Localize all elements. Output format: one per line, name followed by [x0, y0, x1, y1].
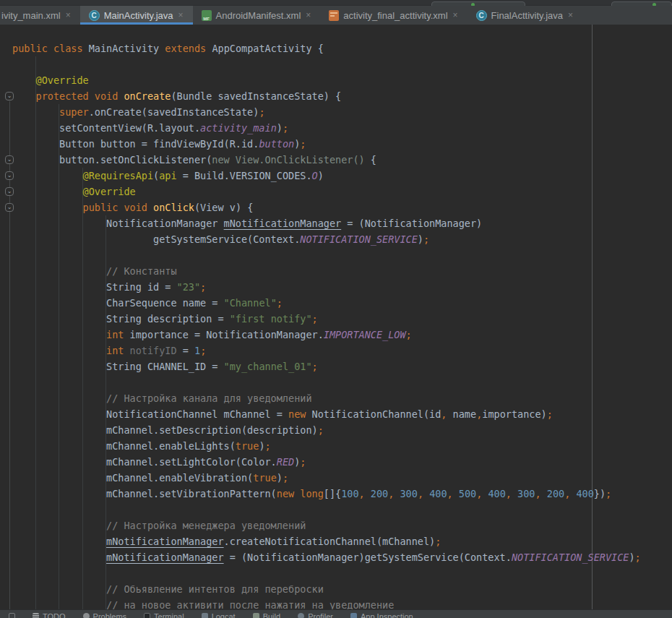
tab-activity-main-xml[interactable]: ivity_main.xml × [0, 6, 80, 25]
tab-label: FinalActtivity.java [491, 10, 563, 21]
code-line[interactable]: mNotificationManager.createNotificationC… [0, 533, 672, 549]
inspect-icon [350, 613, 357, 618]
code-token: 400 [482, 488, 506, 499]
code-line[interactable]: int notifyID = 1; [0, 343, 672, 359]
code-line[interactable]: protected void onCreate(Bundle savedInst… [0, 88, 672, 104]
code-line[interactable]: Button button = findViewById(R.id.button… [0, 136, 672, 152]
code-line[interactable] [0, 247, 672, 263]
code-line[interactable]: public class MainActivity extends AppCom… [0, 40, 672, 56]
code-line[interactable]: // Настройка канала для уведомлений [0, 390, 672, 406]
code-token: ( [153, 170, 159, 181]
code-token: ; [606, 488, 611, 499]
statusbar-item-todo[interactable]: TODO [24, 610, 74, 618]
code-token: ; [265, 440, 271, 452]
fold-toggle-icon[interactable]: ⌄ [5, 92, 14, 100]
code-token: ; [547, 408, 553, 420]
code-line[interactable]: String description = "first notify"; [0, 311, 672, 327]
code-line[interactable]: setContentView(R.layout.activity_main); [0, 120, 672, 136]
code-line[interactable]: mChannel.enableVibration(true); [0, 470, 672, 486]
code-line[interactable]: // Обьявление интентов для переброски [0, 581, 672, 597]
code-line[interactable]: // на новое активити после нажатия на ув… [0, 597, 672, 609]
code-line[interactable]: button.setOnClickListener(new View.OnCli… [0, 152, 672, 168]
code-token: 1 [194, 345, 200, 356]
code-token: true [253, 472, 277, 484]
code-line[interactable]: CharSequence name = "Channel"; [0, 295, 672, 311]
code-token: @Override [12, 74, 89, 86]
code-token: // Обьявление интентов для переброски [12, 583, 324, 595]
statusbar-item-label: Build [263, 612, 280, 618]
code-line[interactable]: public void onClick(View v) { [0, 199, 672, 215]
code-token: = (NotificationManager)getSystemService(… [224, 552, 512, 563]
code-token: ; [435, 536, 441, 547]
statusbar-item-window-toggle[interactable] [0, 610, 24, 618]
code-line[interactable]: // Константы [0, 263, 672, 279]
code-token: mChannel.setDescription(description) [12, 424, 318, 436]
code-line[interactable]: NotificationManager mNotificationManager… [0, 215, 672, 231]
code-token: CharSequence name = [12, 297, 224, 309]
code-token: setContentView(R.layout. [12, 122, 200, 134]
status-bar: TODOProblemsTerminalLogcatBuildProfilerA… [0, 609, 672, 618]
statusbar-item-build[interactable]: Build [244, 610, 289, 618]
fold-toggle-icon[interactable]: ⌄ [5, 203, 14, 212]
code-line[interactable]: mChannel.enableLights(true); [0, 438, 672, 454]
code-token: .createNotificationChannel(mChannel) [224, 536, 436, 547]
code-line[interactable]: @Override [0, 72, 672, 88]
code-line[interactable]: mNotificationManager = (NotificationMana… [0, 549, 672, 565]
code-line[interactable] [0, 565, 672, 581]
code-token: int [12, 345, 124, 356]
code-token: "Channel" [224, 297, 277, 309]
code-line[interactable] [0, 56, 672, 72]
statusbar-item-logcat[interactable]: Logcat [193, 610, 244, 618]
code-line[interactable]: getSystemService(Context.NOTIFICATION_SE… [0, 231, 672, 247]
code-line[interactable] [0, 502, 672, 518]
code-line[interactable]: mChannel.setVibrationPattern(new long[]{… [0, 486, 672, 502]
code-token [12, 504, 18, 515]
code-line[interactable]: @RequiresApi(api = Build.VERSION_CODES.O… [0, 168, 672, 184]
code-token: @RequiresApi [12, 170, 153, 181]
close-icon[interactable]: × [567, 11, 574, 20]
statusbar-item-profiler[interactable]: Profiler [289, 610, 342, 618]
code-token: "23" [177, 281, 201, 293]
code-line[interactable]: // Настройка менеджера уведомлений [0, 518, 672, 533]
code-editor[interactable]: public class MainActivity extends AppCom… [0, 25, 672, 609]
code-token: 500 [453, 488, 477, 499]
close-icon[interactable]: × [177, 11, 184, 20]
statusbar-item-terminal[interactable]: Terminal [135, 610, 193, 618]
circle-icon [83, 613, 90, 618]
layout-file-icon [329, 10, 339, 21]
code-token [12, 249, 18, 261]
code-line[interactable]: String CHANNEL_ID = "my_channel_01"; [0, 359, 672, 374]
code-line[interactable]: String id = "23"; [0, 279, 672, 295]
code-token: { [371, 154, 376, 166]
tab-finalacttivity-java[interactable]: C FinalActtivity.java × [468, 6, 582, 25]
tab-activity-final-acttivity-xml[interactable]: activity_final_acttivity.xml × [320, 6, 467, 25]
code-token: ; [283, 122, 288, 134]
code-token: ) [629, 552, 634, 563]
code-token: onCreate [124, 90, 171, 102]
code-line[interactable]: int importance = NotificationManager.IMP… [0, 327, 672, 343]
fold-toggle-icon[interactable]: ⌄ [5, 171, 14, 180]
code-token: , [447, 488, 453, 499]
manifest-file-icon: MF [202, 10, 212, 21]
close-icon[interactable]: × [65, 11, 72, 20]
code-line[interactable] [0, 374, 672, 390]
code-line[interactable]: NotificationChannel mChannel = new Notif… [0, 406, 672, 422]
code-line[interactable]: @Override [0, 184, 672, 199]
statusbar-item-app-inspection[interactable]: App Inspection [342, 610, 422, 618]
statusbar-item-problems[interactable]: Problems [74, 610, 135, 618]
code-token: = (NotificationManager) [341, 218, 482, 229]
code-line[interactable]: mChannel.setLightColor(Color.RED); [0, 454, 672, 470]
fold-toggle-icon[interactable]: ⌄ [5, 155, 14, 164]
tab-androidmanifest-xml[interactable]: MF AndroidManifest.xml × [193, 6, 321, 25]
code-token: int [12, 329, 124, 340]
fold-toggle-icon[interactable]: ⌄ [5, 187, 14, 196]
code-token: mNotificationManager [106, 536, 224, 547]
close-icon[interactable]: × [305, 11, 311, 20]
close-icon[interactable]: × [452, 11, 459, 20]
tab-mainactivity-java[interactable]: C MainActivity.java × [80, 6, 193, 25]
code-line[interactable]: mChannel.setDescription(description); [0, 422, 672, 438]
code-line[interactable]: super.onCreate(savedInstanceState); [0, 104, 672, 120]
code-token: 300 [394, 488, 418, 499]
code-token: mChannel.setLightColor(Color. [12, 456, 277, 468]
list-icon [33, 613, 39, 618]
